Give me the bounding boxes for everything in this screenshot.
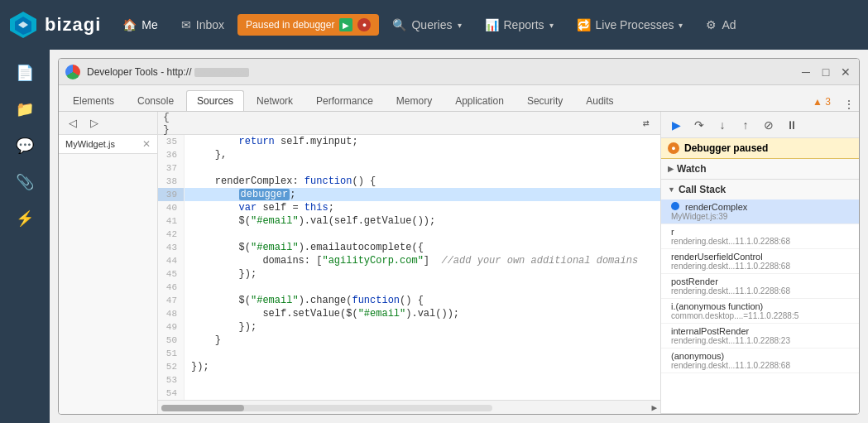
nav-item-reports[interactable]: 📊 Reports ▾ [475, 12, 563, 38]
nav-item-ad[interactable]: ⚙ Ad [696, 12, 746, 38]
format-button[interactable]: { } [163, 114, 181, 132]
file-tab-label: MyWidget.js [65, 139, 115, 149]
code-line-53: 53 [158, 373, 660, 387]
sidebar-item-chat[interactable]: 💬 [10, 131, 40, 161]
file-tab-mywidget[interactable]: MyWidget.js ✕ [59, 135, 157, 154]
devtools-titlebar: Developer Tools - http:// ●●●●●●●●●●● ─ … [59, 59, 859, 85]
resume-button[interactable]: ▶ [666, 115, 686, 135]
nav-item-inbox[interactable]: ✉ Inbox [171, 12, 234, 38]
sidebar-item-processes[interactable]: ⚡ [10, 204, 40, 233]
sidebar-item-attachments[interactable]: 📎 [10, 167, 40, 197]
tab-elements[interactable]: Elements [62, 90, 125, 111]
close-button[interactable]: ✕ [839, 65, 852, 79]
top-nav: bizagi 🏠 Me ✉ Inbox Paused in debugger ▶… [0, 0, 868, 50]
tab-security[interactable]: Security [516, 90, 573, 111]
url-redacted: ●●●●●●●●●●● [194, 68, 249, 77]
call-stack-fn-1: r [671, 227, 849, 237]
call-stack-item-4[interactable]: i.(anonymous function) common.desktop...… [661, 299, 859, 324]
live-processes-icon: 🔁 [577, 18, 591, 31]
call-stack-fn-5: internalPostRender [671, 326, 849, 336]
reports-icon: 📊 [485, 18, 499, 31]
maximize-button[interactable]: □ [819, 65, 832, 79]
queries-chevron-icon: ▾ [458, 21, 462, 30]
code-line-37: 37 [158, 161, 660, 175]
record-button[interactable]: ● [357, 18, 371, 31]
code-line-35: 35 return self.myinput; [158, 135, 660, 148]
nav-item-queries[interactable]: 🔍 Queries ▾ [382, 12, 471, 38]
pause-indicator: ● [668, 142, 679, 154]
tab-console[interactable]: Console [127, 90, 185, 111]
call-stack-fn-0: renderComplex [671, 202, 849, 212]
nav-item-live-processes[interactable]: 🔁 Live Processes ▾ [567, 12, 693, 38]
tab-application[interactable]: Application [444, 90, 515, 111]
horizontal-scrollbar[interactable]: ▶ [158, 400, 660, 414]
watch-section-header[interactable]: ▶ Watch [661, 159, 859, 179]
watch-section: ▶ Watch [661, 159, 859, 180]
sidebar-item-documents[interactable]: 📄 [10, 58, 40, 88]
code-line-38: 38 renderComplex: function() { [158, 175, 660, 188]
call-stack-loc-5: rendering.deskt...11.1.0.2288:23 [671, 336, 849, 345]
logo-text: bizagi [45, 14, 101, 36]
call-stack-loc-1: rendering.deskt...11.1.0.2288:68 [671, 237, 849, 246]
debugger-paused-banner: ● Debugger paused [661, 138, 859, 159]
code-line-41: 41 $("#email").val(self.getValue()); [158, 214, 660, 228]
file-toolbar: ◁ ▷ [59, 112, 157, 135]
call-stack-item-2[interactable]: renderUserfieldControl rendering.deskt..… [661, 249, 859, 274]
queries-icon: 🔍 [392, 18, 406, 31]
call-stack-fn-2: renderUserfieldControl [671, 252, 849, 262]
file-tab-close-button[interactable]: ✕ [142, 138, 151, 150]
live-processes-chevron-icon: ▾ [679, 21, 683, 30]
watch-label: Watch [677, 163, 707, 175]
call-stack-item-5[interactable]: internalPostRender rendering.deskt...11.… [661, 324, 859, 348]
tab-network[interactable]: Network [246, 90, 304, 111]
logo: bizagi [8, 10, 101, 40]
debugger-panel: ▶ ↷ ↓ ↑ ⊘ ⏸ ● Debugger paused ▶ Watch [660, 112, 859, 414]
call-stack-section: ▼ Call Stack renderComplex MyWidget.js:3… [661, 180, 859, 414]
pretty-print-button[interactable]: ⇄ [637, 114, 655, 132]
call-stack-fn-3: postRender [671, 276, 849, 286]
code-line-36: 36 }, [158, 148, 660, 161]
pause-on-exceptions-button[interactable]: ⏸ [782, 115, 802, 135]
step-out-button[interactable]: ↑ [736, 115, 755, 135]
main-layout: 📄 📁 💬 📎 ⚡ Developer Tools - http:// ●●●●… [0, 50, 868, 423]
debugger-toolbar: ▶ ↷ ↓ ↑ ⊘ ⏸ [661, 112, 859, 138]
paused-debugger-badge[interactable]: Paused in debugger ▶ ● [237, 14, 379, 36]
code-panel[interactable]: { } ⇄ 35 return self.myinput; 36 }, [158, 112, 660, 414]
nav-forward-button[interactable]: ▷ [85, 114, 103, 132]
code-line-52: 52 }); [158, 360, 660, 373]
nav-back-button[interactable]: ◁ [64, 114, 82, 132]
call-stack-item-0[interactable]: renderComplex MyWidget.js:39 [661, 199, 859, 224]
call-stack-fn-4: i.(anonymous function) [671, 301, 849, 311]
deactivate-breakpoints-button[interactable]: ⊘ [759, 115, 779, 135]
sidebar-item-folder[interactable]: 📁 [10, 94, 40, 124]
step-over-button[interactable]: ↷ [689, 115, 709, 135]
devtools-menu-button[interactable]: ⋮ [842, 98, 856, 111]
watch-triangle-icon: ▶ [668, 165, 674, 173]
call-stack-loc-6: rendering.deskt...11.1.0.2288:68 [671, 361, 849, 370]
file-panel: ◁ ▷ MyWidget.js ✕ [59, 112, 158, 414]
tab-sources[interactable]: Sources [186, 90, 244, 111]
code-toolbar: { } ⇄ [158, 112, 660, 135]
left-sidebar: 📄 📁 💬 📎 ⚡ [0, 50, 50, 423]
code-line-47: 47 $("#email").change(function() { [158, 294, 660, 307]
warning-badge: ▲ 3 [806, 93, 837, 111]
call-stack-marker-0 [671, 202, 679, 210]
devtools-title: Developer Tools - http:// ●●●●●●●●●●● [87, 66, 793, 78]
play-button[interactable]: ▶ [339, 18, 352, 31]
call-stack-section-header[interactable]: ▼ Call Stack [661, 180, 859, 199]
nav-item-me[interactable]: 🏠 Me [113, 12, 167, 38]
devtools-body: ◁ ▷ MyWidget.js ✕ { } ⇄ 35 [59, 112, 859, 414]
tab-audits[interactable]: Audits [575, 90, 624, 111]
code-line-43: 43 $("#email").emailautocomplete({ [158, 241, 660, 254]
step-into-button[interactable]: ↓ [712, 115, 732, 135]
chrome-icon [65, 65, 80, 79]
minimize-button[interactable]: ─ [799, 65, 813, 79]
code-line-45: 45 }); [158, 267, 660, 281]
call-stack-item-1[interactable]: r rendering.deskt...11.1.0.2288:68 [661, 224, 859, 249]
tab-memory[interactable]: Memory [386, 90, 443, 111]
code-line-54: 54 [158, 387, 660, 400]
tab-performance[interactable]: Performance [305, 90, 384, 111]
code-line-48: 48 self.setValue($("#email").val()); [158, 307, 660, 320]
call-stack-item-3[interactable]: postRender rendering.deskt...11.1.0.2288… [661, 274, 859, 299]
call-stack-item-6[interactable]: (anonymous) rendering.deskt...11.1.0.228… [661, 348, 859, 373]
